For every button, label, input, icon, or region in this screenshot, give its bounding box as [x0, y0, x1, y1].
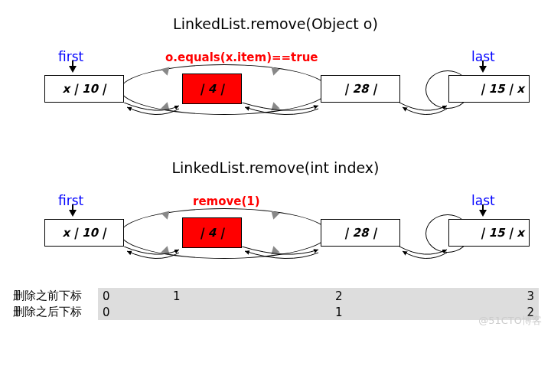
arrow-down-icon: [479, 66, 487, 73]
index-row-after: 删除之后下标 0 1 2: [12, 304, 539, 320]
arrow-down-icon: [69, 210, 77, 217]
node-first: x | 10 |: [44, 75, 124, 103]
row-label: 删除之前下标: [12, 288, 98, 304]
node-last: | 15 | x: [448, 219, 530, 247]
diagram2-title: LinkedList.remove(int index): [12, 159, 539, 176]
link-arrows: [12, 103, 548, 133]
arrow-down-icon: [479, 210, 487, 217]
index-row-before: 删除之前下标 0 1 2 3: [12, 288, 539, 304]
node-target: | 4 |: [182, 217, 242, 248]
row-label: 删除之后下标: [12, 304, 98, 320]
node-28: | 28 |: [321, 75, 400, 103]
node-first: x | 10 |: [44, 219, 124, 247]
watermark: @51CTO博客: [478, 314, 542, 328]
diagram-remove-index: LinkedList.remove(int index) first remov…: [12, 159, 539, 280]
node-last: | 15 | x: [448, 75, 530, 103]
first-label: first: [58, 49, 83, 64]
condition-caption: o.equals(x.item)==true: [165, 51, 318, 64]
remove-caption: remove(1): [193, 194, 260, 208]
node-28: | 28 |: [321, 219, 400, 247]
link-arrows: [12, 247, 548, 277]
arrow-down-icon: [69, 66, 77, 73]
diagram1-title: LinkedList.remove(Object o): [12, 15, 539, 32]
node-layer: x | 10 | | 4 | | 28 | | 15 | x: [12, 75, 539, 136]
index-table: 删除之前下标 0 1 2 3 删除之后下标 0 1 2: [12, 288, 539, 320]
node-layer: x | 10 | | 4 | | 28 | | 15 | x: [12, 219, 539, 280]
row-values: 0 1 2 3: [98, 288, 539, 304]
first-label: first: [58, 193, 83, 208]
row-values: 0 1 2: [98, 304, 539, 320]
diagram-remove-object: LinkedList.remove(Object o) first o.equa…: [12, 15, 539, 136]
node-target: | 4 |: [182, 74, 242, 104]
